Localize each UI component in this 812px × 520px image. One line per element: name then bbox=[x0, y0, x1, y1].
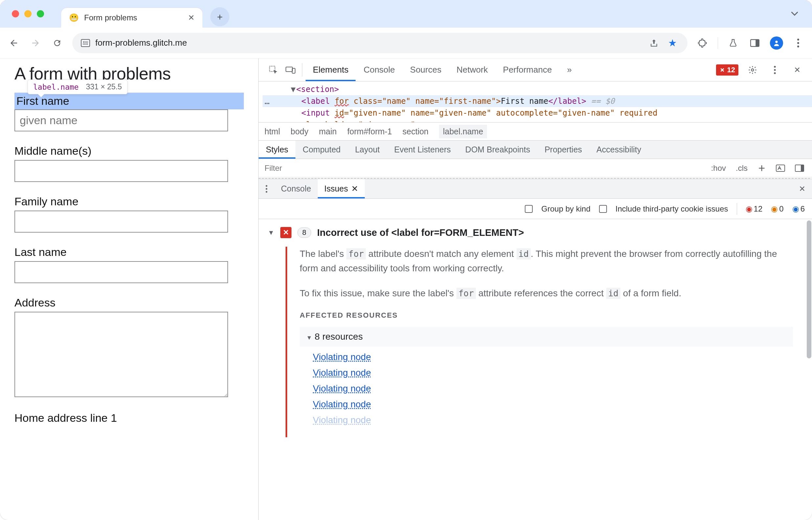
svg-rect-3 bbox=[83, 44, 86, 44]
drawer-tab-console[interactable]: Console bbox=[274, 179, 318, 199]
subtab-accessibility[interactable]: Accessibility bbox=[589, 140, 649, 159]
labs-icon[interactable] bbox=[727, 36, 740, 50]
devtools-panel: Elements Console Sources Network Perform… bbox=[258, 58, 812, 520]
tooltip-selector: label.name bbox=[33, 83, 79, 91]
page-viewport: A form with problems label.name 331 × 25… bbox=[0, 58, 258, 520]
issues-info-count[interactable]: ◉6 bbox=[792, 204, 805, 213]
devtools-menu-icon[interactable] bbox=[767, 66, 783, 74]
error-count-badge[interactable]: 12 bbox=[716, 64, 738, 76]
issues-error-count[interactable]: ◉12 bbox=[745, 204, 763, 213]
drawer-tab-issues[interactable]: Issues ✕ bbox=[318, 179, 365, 199]
tab-elements[interactable]: Elements bbox=[306, 58, 356, 81]
computed-panel-icon[interactable] bbox=[793, 164, 806, 172]
tab-close-icon[interactable]: ✕ bbox=[188, 13, 195, 22]
error-flag-icon: ✕ bbox=[280, 227, 291, 238]
drawer-tab-issues-label: Issues bbox=[324, 184, 348, 193]
issues-warning-count[interactable]: ◉0 bbox=[771, 204, 783, 213]
new-style-icon[interactable] bbox=[756, 164, 768, 173]
violating-node-link[interactable]: Violating node bbox=[313, 368, 793, 378]
violating-node-link[interactable]: Violating node bbox=[313, 383, 793, 394]
tab-sources[interactable]: Sources bbox=[403, 58, 449, 81]
menu-icon[interactable] bbox=[792, 36, 805, 50]
reload-button[interactable] bbox=[51, 36, 64, 50]
svg-rect-1 bbox=[85, 42, 88, 42]
checkbox-third-party-cookies[interactable] bbox=[599, 205, 607, 213]
settings-gear-icon[interactable] bbox=[744, 66, 761, 75]
input-family-name[interactable] bbox=[15, 211, 228, 233]
drawer-tab-close-icon[interactable]: ✕ bbox=[351, 184, 358, 193]
window-close-button[interactable] bbox=[12, 10, 19, 18]
bookmark-star-icon[interactable]: ★ bbox=[666, 36, 679, 50]
subtab-layout[interactable]: Layout bbox=[348, 140, 387, 159]
issues-list[interactable]: ▼ ✕ 8 Incorrect use of <label for=FORM_E… bbox=[259, 219, 812, 520]
window-minimize-button[interactable] bbox=[24, 10, 31, 18]
side-panel-icon[interactable] bbox=[748, 36, 761, 50]
profile-avatar[interactable] bbox=[770, 36, 783, 50]
device-toggle-icon[interactable] bbox=[282, 58, 299, 81]
caret-down-icon[interactable]: ▼ bbox=[306, 334, 312, 341]
subtab-styles[interactable]: Styles bbox=[259, 140, 296, 159]
textarea-address[interactable] bbox=[15, 312, 228, 397]
tab-overflow[interactable]: » bbox=[560, 58, 579, 81]
color-format-icon[interactable] bbox=[774, 164, 787, 172]
extensions-icon[interactable] bbox=[696, 36, 709, 50]
resources-summary[interactable]: ▼ 8 resources bbox=[300, 327, 793, 346]
subtab-event-listeners[interactable]: Event Listeners bbox=[387, 140, 458, 159]
dom-breadcrumb[interactable]: html body main form#form-1 section label… bbox=[259, 122, 812, 140]
caret-down-icon[interactable]: ▼ bbox=[268, 229, 274, 236]
window-fullscreen-button[interactable] bbox=[37, 10, 44, 18]
crumb-main[interactable]: main bbox=[319, 127, 336, 136]
svg-point-23 bbox=[266, 191, 268, 192]
subtab-computed[interactable]: Computed bbox=[296, 140, 348, 159]
subtab-dom-breakpoints[interactable]: DOM Breakpoints bbox=[458, 140, 537, 159]
dom-more-icon[interactable]: ⋯ bbox=[264, 97, 271, 109]
address-bar[interactable]: form-problems.glitch.me ★ bbox=[72, 33, 687, 53]
svg-point-2 bbox=[86, 43, 88, 45]
violating-node-link[interactable]: Violating node bbox=[313, 399, 793, 410]
drawer-close-icon[interactable]: ✕ bbox=[792, 179, 812, 199]
svg-point-7 bbox=[797, 38, 799, 41]
input-last-name[interactable] bbox=[15, 261, 228, 283]
crumb-current[interactable]: label.name bbox=[439, 125, 487, 138]
browser-tab[interactable]: 😬 Form problems ✕ bbox=[61, 8, 202, 28]
tab-performance[interactable]: Performance bbox=[496, 58, 559, 81]
svg-point-15 bbox=[774, 66, 776, 67]
tab-network[interactable]: Network bbox=[449, 58, 495, 81]
input-first-name[interactable] bbox=[15, 109, 228, 131]
drawer-menu-icon[interactable] bbox=[259, 179, 274, 199]
styles-tabbar: Styles Computed Layout Event Listeners D… bbox=[259, 140, 812, 159]
scrollbar-thumb[interactable] bbox=[807, 220, 811, 358]
label-group-by-kind: Group by kind bbox=[541, 204, 590, 213]
issue-title: Incorrect use of <label for=FORM_ELEMENT… bbox=[317, 227, 524, 238]
forward-button[interactable] bbox=[29, 36, 42, 50]
issues-toolbar: Group by kind Include third-party cookie… bbox=[259, 199, 812, 219]
input-middle-names[interactable] bbox=[15, 160, 228, 182]
issue-header[interactable]: ▼ ✕ 8 Incorrect use of <label for=FORM_E… bbox=[268, 227, 803, 238]
tabs-dropdown-icon[interactable] bbox=[787, 6, 802, 21]
subtab-properties[interactable]: Properties bbox=[537, 140, 589, 159]
dom-tree[interactable]: ⋯ ▼<section> <label for class="name" nam… bbox=[259, 81, 812, 122]
back-button[interactable] bbox=[7, 36, 20, 50]
site-settings-icon[interactable] bbox=[81, 39, 90, 47]
violating-node-link[interactable]: Violating node bbox=[313, 415, 793, 425]
checkbox-group-by-kind[interactable] bbox=[525, 205, 533, 213]
devtools-close-icon[interactable]: ✕ bbox=[789, 66, 806, 75]
share-icon[interactable] bbox=[648, 36, 660, 50]
crumb-html[interactable]: html bbox=[264, 127, 280, 136]
crumb-section[interactable]: section bbox=[403, 127, 429, 136]
svg-point-17 bbox=[774, 72, 776, 74]
error-count-text: 12 bbox=[727, 66, 735, 74]
new-tab-button[interactable]: ＋ bbox=[210, 7, 229, 26]
label-address: Address bbox=[15, 296, 244, 309]
styles-filter-input[interactable] bbox=[264, 163, 703, 173]
tab-console[interactable]: Console bbox=[356, 58, 402, 81]
cls-toggle[interactable]: .cls bbox=[734, 163, 750, 173]
label-home-address-1: Home address line 1 bbox=[15, 412, 244, 424]
crumb-form[interactable]: form#form-1 bbox=[347, 127, 392, 136]
inspect-element-icon[interactable] bbox=[265, 58, 282, 81]
crumb-body[interactable]: body bbox=[290, 127, 308, 136]
drawer-tabbar: Console Issues ✕ ✕ bbox=[259, 179, 812, 199]
violating-node-link[interactable]: Violating node bbox=[313, 352, 793, 362]
svg-rect-20 bbox=[801, 165, 804, 172]
hov-toggle[interactable]: :hov bbox=[709, 163, 728, 173]
